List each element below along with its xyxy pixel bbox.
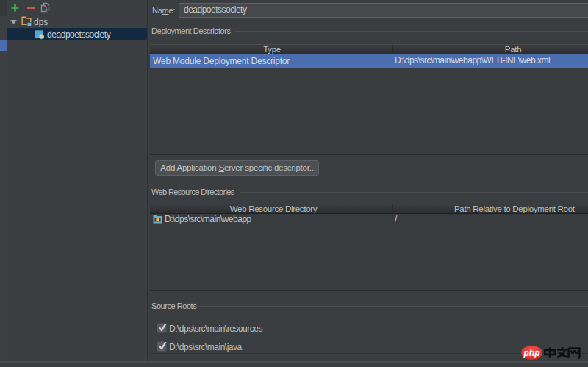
svg-text:php: php xyxy=(523,348,540,358)
